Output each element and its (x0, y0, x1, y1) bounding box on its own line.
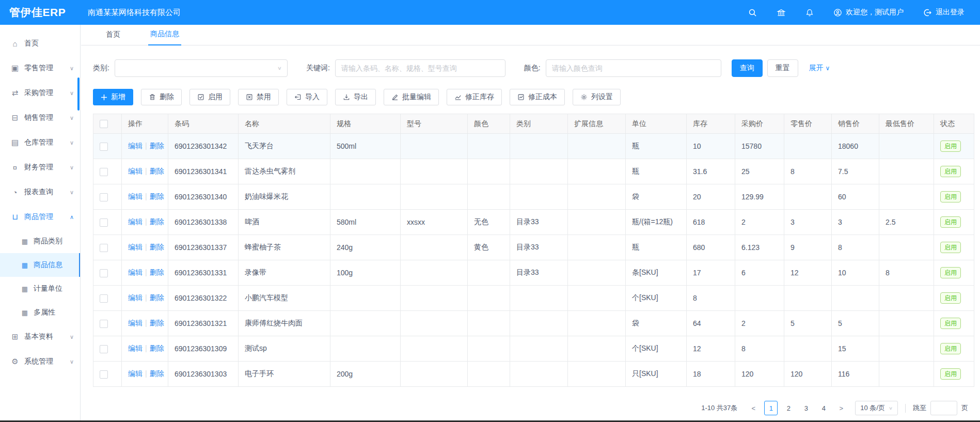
sidebar-item-计量单位[interactable]: ▦计量单位 (0, 277, 80, 301)
add-button[interactable]: 新增 (93, 89, 133, 105)
divider: | (145, 344, 147, 352)
cell-型号 (401, 159, 468, 184)
edit-link[interactable]: 编辑 (128, 243, 143, 251)
cell-库存: 8 (687, 286, 735, 311)
edit-link[interactable]: 编辑 (128, 369, 143, 378)
sidebar-item-财务管理[interactable]: ¤财务管理∨ (0, 155, 80, 180)
row-checkbox[interactable] (100, 168, 108, 176)
export-button[interactable]: 导出 (335, 89, 376, 105)
chevron-up-icon: ∧ (70, 214, 74, 221)
pencil-icon (391, 93, 399, 101)
jump-page-input[interactable] (930, 401, 957, 415)
sidebar-item-采购管理[interactable]: ⇄采购管理∨ (0, 81, 80, 105)
sidebar-item-首页[interactable]: ⌂首页 (0, 31, 80, 56)
column-settings-button[interactable]: 列设置 (573, 89, 621, 105)
cell-采购价 (735, 286, 784, 311)
enable-button[interactable]: 启用 (189, 89, 230, 105)
edit-link[interactable]: 编辑 (128, 344, 143, 352)
keyword-input[interactable] (335, 59, 505, 77)
row-checkbox[interactable] (100, 269, 108, 277)
row-actions-cell: 编辑|删除 (122, 134, 168, 159)
cell-销售价 (832, 286, 879, 311)
bank-icon[interactable] (777, 8, 786, 17)
column-header-状态: 状态 (934, 114, 974, 134)
sidebar-item-仓库管理[interactable]: ▤仓库管理∨ (0, 130, 80, 155)
edit-link[interactable]: 编辑 (128, 142, 143, 150)
sidebar-item-系统管理[interactable]: ⚙系统管理∨ (0, 349, 80, 374)
row-checkbox[interactable] (100, 345, 108, 353)
row-checkbox[interactable] (100, 244, 108, 252)
category-select[interactable]: ∨ (115, 59, 288, 77)
page-size-select[interactable]: 10 条/页 ∨ (855, 401, 898, 415)
status-badge: 启用 (940, 318, 961, 329)
expand-link[interactable]: 展开 ∨ (809, 64, 830, 73)
sidebar-item-多属性[interactable]: ▦多属性 (0, 301, 80, 324)
scrollbar-thumb[interactable] (77, 77, 80, 111)
row-actions-cell: 编辑|删除 (122, 210, 168, 235)
edit-link[interactable]: 编辑 (128, 217, 143, 226)
edit-link[interactable]: 编辑 (128, 293, 143, 302)
search-button[interactable]: 查询 (732, 59, 763, 77)
delete-button[interactable]: 删除 (141, 89, 182, 105)
edit-link[interactable]: 编辑 (128, 268, 143, 276)
cell-状态: 启用 (934, 362, 974, 387)
adjust-cost-button[interactable]: 修正成本 (510, 89, 565, 105)
page-button-4[interactable]: 4 (817, 401, 830, 415)
logout-button[interactable]: 退出登录 (923, 8, 965, 17)
divider: | (145, 268, 147, 276)
app-logo: 管伊佳ERP (0, 5, 81, 20)
row-checkbox[interactable] (100, 294, 108, 303)
sidebar-item-基本资料[interactable]: ⊞基本资料∨ (0, 324, 80, 349)
row-checkbox[interactable] (100, 193, 108, 201)
delete-link[interactable]: 删除 (150, 319, 164, 327)
import-button[interactable]: 导入 (287, 89, 327, 105)
delete-link[interactable]: 删除 (150, 293, 164, 302)
sidebar-item-报表查询[interactable]: ◔报表查询∨ (0, 180, 80, 205)
edit-link[interactable]: 编辑 (128, 192, 143, 200)
sidebar-item-销售管理[interactable]: ⊟销售管理∨ (0, 105, 80, 130)
divider: | (145, 369, 147, 378)
next-page-button[interactable]: > (834, 401, 848, 415)
select-all-checkbox[interactable] (100, 120, 108, 128)
cell-状态: 启用 (934, 184, 974, 210)
row-checkbox[interactable] (100, 320, 108, 328)
cell-条码: 6901236301309 (168, 336, 239, 362)
delete-link[interactable]: 删除 (150, 369, 164, 378)
reset-button[interactable]: 重置 (767, 59, 798, 77)
bell-icon[interactable] (805, 8, 814, 17)
prev-page-button[interactable]: < (747, 401, 760, 415)
edit-link[interactable]: 编辑 (128, 167, 143, 175)
delete-link[interactable]: 删除 (150, 344, 164, 352)
user-welcome[interactable]: 欢迎您，测试用户 (833, 8, 904, 17)
page-button-1[interactable]: 1 (764, 401, 778, 415)
sidebar-item-商品类别[interactable]: ▦商品类别 (0, 229, 80, 253)
cell-名称: 电子手环 (239, 362, 330, 387)
delete-link[interactable]: 删除 (150, 217, 164, 226)
batch-edit-button[interactable]: 批量编辑 (384, 89, 439, 105)
row-checkbox[interactable] (100, 143, 108, 151)
search-icon[interactable] (748, 8, 757, 17)
sidebar-nav: ⌂首页▣零售管理∨⇄采购管理∨⊟销售管理∨▤仓库管理∨¤财务管理∨◔报表查询∨⊔… (0, 25, 81, 422)
delete-link[interactable]: 删除 (150, 268, 164, 276)
sidebar-item-商品信息[interactable]: ▦商品信息 (0, 253, 80, 277)
sidebar-item-零售管理[interactable]: ▣零售管理∨ (0, 56, 80, 81)
delete-link[interactable]: 删除 (150, 142, 164, 150)
row-checkbox[interactable] (100, 370, 108, 379)
disable-button[interactable]: 禁用 (238, 89, 279, 105)
delete-link[interactable]: 删除 (150, 192, 164, 200)
delete-link[interactable]: 删除 (150, 243, 164, 251)
cell-销售价: 5 (832, 311, 879, 336)
cell-最低售价 (879, 134, 934, 159)
delete-link[interactable]: 删除 (150, 167, 164, 175)
gear-icon (580, 93, 588, 101)
sidebar-item-商品管理[interactable]: ⊔商品管理∧ (0, 205, 80, 229)
cell-类别 (510, 184, 568, 210)
row-checkbox[interactable] (100, 218, 108, 227)
color-input[interactable] (546, 59, 721, 77)
tab-商品信息[interactable]: 商品信息 (148, 29, 181, 45)
page-button-3[interactable]: 3 (799, 401, 813, 415)
page-button-2[interactable]: 2 (782, 401, 795, 415)
edit-link[interactable]: 编辑 (128, 319, 143, 327)
tab-首页[interactable]: 首页 (104, 30, 122, 45)
adjust-stock-button[interactable]: 修正库存 (447, 89, 502, 105)
